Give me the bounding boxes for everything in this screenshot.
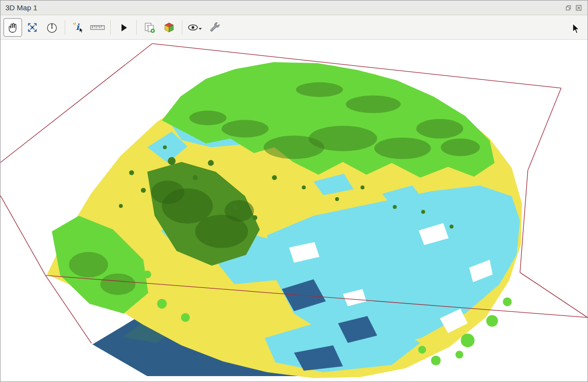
titlebar[interactable]: 3D Map 1 <box>0 0 588 15</box>
ruler-icon <box>90 21 105 34</box>
window-title: 3D Map 1 <box>5 3 37 12</box>
3d-map-window: 3D Map 1 <box>0 0 588 382</box>
measure-button[interactable] <box>88 18 107 37</box>
export-pages-icon <box>143 21 156 34</box>
toolbar-separator <box>110 20 111 35</box>
camera-visibility-button[interactable] <box>186 18 204 37</box>
hand-icon <box>6 21 19 34</box>
gauge-icon <box>46 21 58 34</box>
play-animation-button[interactable] <box>114 18 133 37</box>
map-viewport[interactable] <box>0 40 588 382</box>
export-scene-button[interactable] <box>140 18 159 37</box>
point-cloud-terrain <box>47 62 522 378</box>
toolbar-separator <box>182 20 182 35</box>
configure-button[interactable] <box>205 18 224 37</box>
toolbar-separator <box>65 20 65 35</box>
eye-dropdown-icon <box>187 21 203 34</box>
cube-3d-icon <box>163 21 175 34</box>
close-button[interactable] <box>575 4 583 12</box>
pan-tool-button[interactable] <box>3 18 22 37</box>
scene-3d <box>0 40 588 382</box>
play-icon <box>118 22 129 33</box>
undock-icon <box>565 4 572 11</box>
effects-3d-button[interactable] <box>160 18 178 37</box>
identify-button[interactable]: i <box>69 18 87 37</box>
svg-text:i: i <box>76 22 80 32</box>
undock-button[interactable] <box>564 4 572 12</box>
zoom-full-button[interactable] <box>23 18 42 37</box>
camera-angle-button[interactable] <box>43 18 61 37</box>
toolbar-separator <box>136 20 137 35</box>
expand-arrows-icon <box>26 21 39 34</box>
toolbar: i <box>0 15 588 40</box>
close-icon <box>575 4 582 11</box>
wrench-icon <box>208 21 221 34</box>
window-controls <box>564 4 583 12</box>
identify-info-icon: i <box>72 21 84 34</box>
